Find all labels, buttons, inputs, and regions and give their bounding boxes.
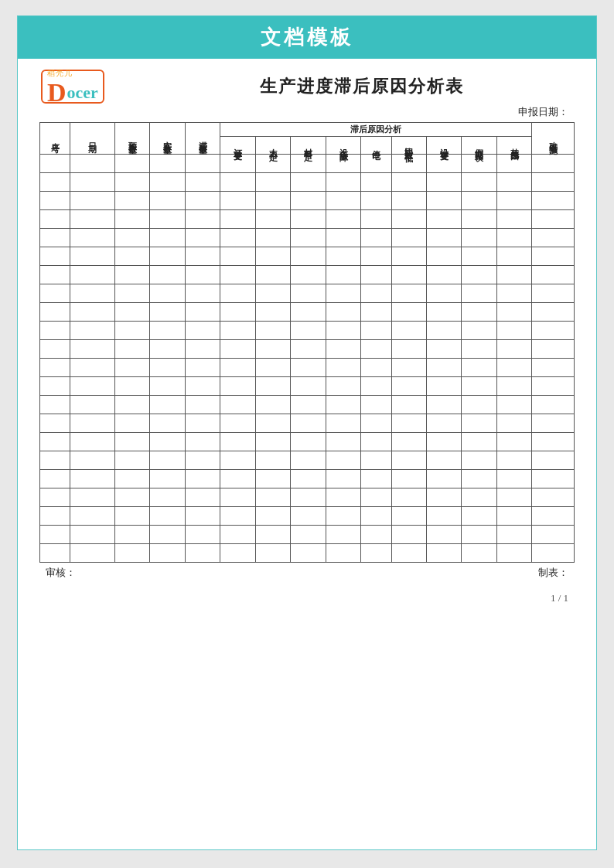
table-cell (291, 526, 326, 544)
table-cell (150, 303, 185, 322)
table-cell (185, 470, 220, 488)
table-cell (361, 210, 391, 229)
table-cell (255, 414, 290, 433)
col-coord-header: 协同效率低 (391, 137, 426, 155)
table-cell (291, 488, 326, 507)
table-row (40, 359, 575, 377)
table-cell (532, 359, 575, 377)
table-cell (496, 396, 531, 414)
table-cell (426, 433, 461, 451)
table-cell (391, 414, 426, 433)
table-cell (220, 414, 255, 433)
table-cell (255, 451, 290, 470)
table-cell (150, 488, 185, 507)
table-cell (326, 414, 360, 433)
table-cell (255, 544, 290, 563)
table-cell (255, 322, 290, 340)
table-cell (291, 155, 326, 173)
table-cell (326, 526, 360, 544)
doc-title: 生产进度滞后原因分析表 (104, 75, 573, 98)
table-cell (185, 488, 220, 507)
table-cell (150, 359, 185, 377)
table-cell (462, 414, 496, 433)
table-cell (361, 284, 391, 303)
table-cell (361, 433, 391, 451)
table-cell (255, 470, 290, 488)
table-cell (70, 210, 115, 229)
table-cell (532, 247, 575, 266)
table-cell (291, 266, 326, 284)
table-cell (391, 359, 426, 377)
table-cell (426, 229, 461, 247)
table-cell (532, 266, 575, 284)
table-cell (114, 155, 149, 173)
table-cell (391, 340, 426, 359)
table-cell (426, 359, 461, 377)
table-cell (532, 507, 575, 526)
table-cell (114, 526, 149, 544)
table-cell (255, 192, 290, 210)
table-cell (326, 155, 360, 173)
table-cell (326, 340, 360, 359)
table-cell (532, 526, 575, 544)
table-row (40, 340, 575, 359)
table-row (40, 284, 575, 303)
table-cell (185, 192, 220, 210)
table-cell (426, 266, 461, 284)
table-cell (70, 322, 115, 340)
table-cell (220, 210, 255, 229)
table-cell (361, 322, 391, 340)
table-cell (496, 414, 531, 433)
table-row (40, 488, 575, 507)
table-cell (361, 359, 391, 377)
table-cell (185, 284, 220, 303)
table-cell (391, 488, 426, 507)
table-row (40, 396, 575, 414)
table-cell (391, 396, 426, 414)
table-cell (185, 414, 220, 433)
logo-ocer: ocer (67, 83, 98, 103)
table-cell (532, 303, 575, 322)
col-date-header: 日期 (70, 123, 115, 155)
table-cell (40, 526, 70, 544)
table-cell (462, 377, 496, 396)
table-cell (220, 229, 255, 247)
table-cell (391, 303, 426, 322)
table-cell (220, 284, 255, 303)
logo-box: 稻壳儿 D ocer (41, 70, 104, 104)
table-cell (361, 414, 391, 433)
table-cell (291, 322, 326, 340)
table-cell (291, 210, 326, 229)
table-row (40, 229, 575, 247)
table-cell (185, 377, 220, 396)
table-cell (70, 470, 115, 488)
table-cell (326, 303, 360, 322)
col-seq-header: 序号 (40, 123, 70, 155)
table-cell (114, 192, 149, 210)
table-cell (185, 340, 220, 359)
table-row (40, 433, 575, 451)
table-header-row-1: 序号 日期 预产数量 实产数量 滞后数量 滞后原因分析 (40, 123, 575, 137)
table-cell (70, 488, 115, 507)
table-cell (496, 451, 531, 470)
table-cell (255, 359, 290, 377)
table-cell (532, 488, 575, 507)
table-cell (462, 470, 496, 488)
table-cell (291, 544, 326, 563)
table-cell (326, 229, 360, 247)
table-cell (361, 229, 391, 247)
table-cell (255, 340, 290, 359)
table-cell (326, 247, 360, 266)
table-cell (114, 247, 149, 266)
table-cell (40, 359, 70, 377)
produce-label: 制表： (538, 566, 568, 580)
header-banner: 文档模板 (18, 16, 596, 59)
table-row (40, 526, 575, 544)
table-cell (220, 266, 255, 284)
table-cell (496, 544, 531, 563)
table-cell (70, 377, 115, 396)
table-cell (462, 488, 496, 507)
table-cell (70, 396, 115, 414)
table-cell (496, 247, 531, 266)
table-cell (220, 470, 255, 488)
